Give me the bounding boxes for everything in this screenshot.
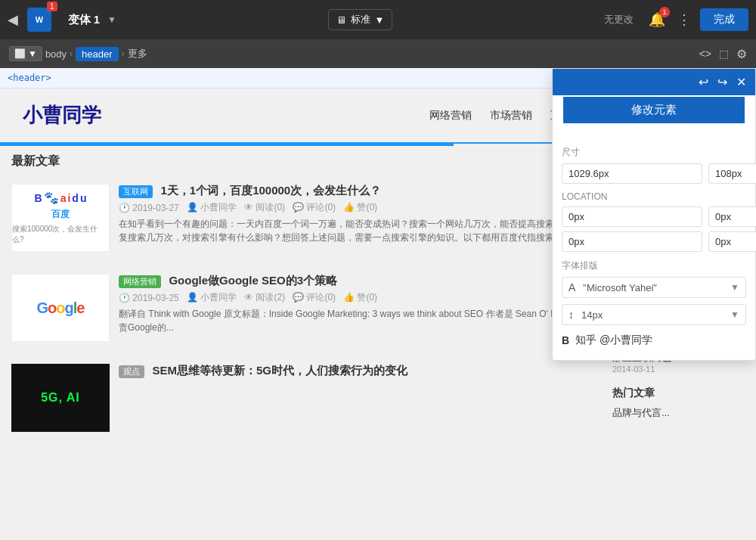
typography-section-label: 字体排版 bbox=[562, 259, 746, 272]
panel-toolbar: ↩ ↪ ✕ bbox=[553, 69, 755, 95]
back-button[interactable]: ◀ bbox=[8, 11, 18, 28]
article-tag-1: 网络营销 bbox=[119, 275, 161, 288]
undo-button[interactable]: ↩ bbox=[699, 75, 708, 89]
article-content-1: 网络营销 Google做Google SEO的3个策略 🕐 2019-03-25… bbox=[119, 274, 593, 342]
device-icon: 🖥 bbox=[336, 14, 346, 26]
article-title-0[interactable]: 1天，1个词，百度100000次，会发生什么？ bbox=[160, 184, 381, 197]
breadcrumb-body[interactable]: body bbox=[45, 48, 67, 60]
breadcrumb-header[interactable]: header bbox=[76, 47, 118, 61]
loc-bottom-input[interactable] bbox=[708, 231, 756, 252]
settings-button[interactable]: ⚙ bbox=[736, 47, 747, 61]
breadcrumb-bar: ⬜ ▼ body › header › 更多 <> ⬚ ⚙ bbox=[0, 39, 756, 68]
article-title-2[interactable]: SEM思维等待更新：5G时代，人们搜索行为的变化 bbox=[152, 364, 407, 377]
nav-item-1[interactable]: 市场营销 bbox=[490, 109, 532, 123]
element-selector[interactable]: ⬜ ▼ bbox=[9, 46, 42, 61]
breadcrumb-arrow-1: › bbox=[70, 48, 73, 59]
font-size-label: 14px bbox=[581, 309, 726, 321]
device-selector[interactable]: 🖥 标准 ▼ bbox=[328, 9, 393, 30]
bold-value: 知乎 @小曹同学 bbox=[575, 334, 652, 347]
article-item: Google 网络营销 Google做Google SEO的3个策略 🕐 201… bbox=[11, 274, 593, 353]
breadcrumb-more[interactable]: 更多 bbox=[128, 47, 147, 61]
article-content-2: 观点 SEM思维等待更新：5G时代，人们搜索行为的变化 bbox=[119, 364, 593, 432]
location-row-2 bbox=[562, 231, 746, 252]
site-name-label: 变体 1 bbox=[68, 13, 101, 27]
code-view-button[interactable]: <> bbox=[699, 48, 711, 60]
size-section-label: 尺寸 bbox=[562, 146, 746, 159]
article-tag-2: 观点 bbox=[119, 365, 144, 378]
articles-section-title: 最新文章 bbox=[11, 154, 593, 176]
article-thumb-0: B 🐾 a i d u 百度 搜索100000次，会发生什么? bbox=[11, 184, 110, 252]
width-input[interactable] bbox=[562, 163, 702, 184]
font-family-selector[interactable]: A "Microsoft Yahei" ▼ bbox=[562, 277, 746, 298]
article-meta-0: 🕐 2019-03-27 👤 小曹同学 👁 阅读(0) 💬 评论(0) 👍 赞(… bbox=[119, 201, 593, 214]
size-arrow-icon: ▼ bbox=[730, 309, 739, 320]
edit-element-button[interactable]: 修改元素 bbox=[562, 95, 746, 125]
font-arrow-icon: ▼ bbox=[730, 282, 739, 293]
bold-row: B 知乎 @小曹同学 bbox=[562, 330, 746, 351]
site-dropdown-arrow[interactable]: ▼ bbox=[107, 14, 116, 25]
article-item: 5G, AI 观点 SEM思维等待更新：5G时代，人们搜索行为的变化 bbox=[11, 364, 593, 443]
article-thumb-1: Google bbox=[11, 274, 110, 342]
breadcrumb-right-icons: <> ⬚ ⚙ bbox=[699, 47, 747, 61]
complete-button[interactable]: 完成 bbox=[700, 8, 748, 31]
selector-box-icon: ⬜ bbox=[14, 48, 26, 59]
font-size-icon: ↕ bbox=[569, 309, 574, 321]
element-panel: ↩ ↪ ✕ 修改元素 尺寸 LOCATION 字体排版 A bbox=[552, 68, 756, 361]
selector-arrow-icon: ▼ bbox=[28, 48, 37, 59]
panel-body: 尺寸 LOCATION 字体排版 A "Microsoft Yahei" ▼ bbox=[553, 129, 755, 360]
article-content-0: 互联网 1天，1个词，百度100000次，会发生什么？ 🕐 2019-03-27… bbox=[119, 184, 593, 252]
element-tree-button[interactable]: ⬚ bbox=[719, 48, 729, 60]
close-panel-button[interactable]: ✕ bbox=[736, 75, 746, 89]
article-excerpt-1: 翻译自 Think with Google 原文标题：Inside Google… bbox=[119, 307, 593, 334]
bold-icon: B bbox=[562, 334, 569, 346]
height-input[interactable] bbox=[708, 163, 756, 184]
article-tag-0: 互联网 bbox=[119, 185, 153, 198]
loc-right-input[interactable] bbox=[708, 206, 756, 227]
font-name-label: "Microsoft Yahei" bbox=[583, 282, 726, 293]
article-meta-1: 🕐 2019-03-25 👤 小曹同学 👁 阅读(2) 💬 评论(0) 👍 赞(… bbox=[119, 291, 593, 304]
loc-top-input[interactable] bbox=[562, 231, 702, 252]
location-section-label: LOCATION bbox=[562, 191, 746, 202]
version-badge: 1 bbox=[47, 2, 57, 11]
loc-left-input[interactable] bbox=[562, 206, 702, 227]
redo-button[interactable]: ↪ bbox=[717, 75, 727, 89]
no-changes-label: 无更改 bbox=[604, 13, 634, 26]
sidebar-hot-item-0: 品牌与代言... bbox=[612, 406, 748, 427]
breadcrumb-arrow-2: › bbox=[122, 48, 125, 59]
font-size-selector[interactable]: ↕ 14px ▼ bbox=[562, 304, 746, 325]
article-excerpt-0: 在知乎看到一个有趣的问题：一天内百度一个词一万遍，能否变成热词？搜索一个网站几万… bbox=[119, 217, 593, 244]
articles-section: 最新文章 B 🐾 a i d u 百度 搜索100000次， bbox=[0, 146, 605, 540]
site-logo-text: 小曹同学 bbox=[23, 102, 101, 129]
notification-badge: 1 bbox=[659, 7, 670, 17]
size-row bbox=[562, 163, 746, 184]
header-tag-label: <header> bbox=[8, 73, 51, 83]
nav-item-0[interactable]: 网络营销 bbox=[429, 109, 472, 123]
article-title-1[interactable]: Google做Google SEO的3个策略 bbox=[169, 274, 337, 287]
more-options-button[interactable]: ⋮ bbox=[674, 8, 694, 31]
website-content-area: <header> 我的社媒 ✕ 小曹同学 网络营销 市场营销 互联网 商业 读书… bbox=[0, 68, 756, 540]
location-row-1 bbox=[562, 206, 746, 227]
sidebar-hot-title: 热门文章 bbox=[612, 386, 748, 400]
article-thumb-2: 5G, AI bbox=[11, 364, 110, 432]
article-item: B 🐾 a i d u 百度 搜索100000次，会发生什么? 互联网 bbox=[11, 184, 593, 263]
font-icon: A bbox=[569, 281, 575, 293]
top-toolbar: ◀ W 1 变体 1 ▼ 🖥 标准 ▼ 无更改 🔔 1 ⋮ 完成 bbox=[0, 0, 756, 39]
